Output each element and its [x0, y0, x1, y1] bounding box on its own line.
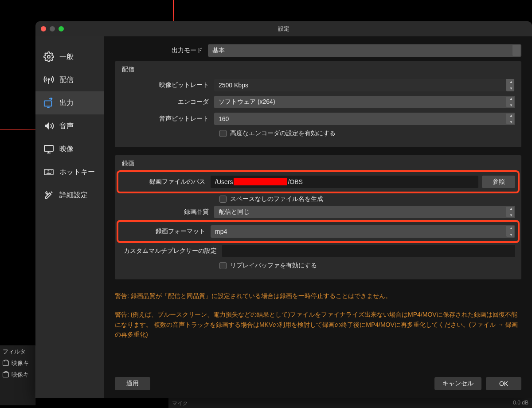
- dialog-footer: 適用 キャンセル OK: [115, 370, 521, 398]
- mic-label: マイク: [172, 400, 188, 407]
- label-record-quality: 録画品質: [121, 208, 214, 216]
- chevron-up-icon: ▲: [509, 207, 513, 211]
- row-output-mode: 出力モード 基本 ▲ ▼: [115, 44, 521, 57]
- sidebar-item-audio[interactable]: 音声: [35, 114, 104, 137]
- sidebar-item-stream[interactable]: 配信: [35, 68, 104, 91]
- warning-mp4: 警告: (例えば、ブルースクリーン、電力損失などの結果として)ファイルをファイナ…: [115, 310, 521, 339]
- row-encoder: エンコーダ ソフトウェア (x264) ▲ ▼: [121, 96, 515, 108]
- settings-content: 出力モード 基本 ▲ ▼ 配信 映像ビットレート: [104, 36, 532, 398]
- sidebar-item-label: 配信: [59, 75, 74, 85]
- close-icon[interactable]: [41, 26, 46, 31]
- stepper-control[interactable]: [512, 45, 520, 56]
- label-audio-bitrate: 音声ビットレート: [121, 115, 214, 123]
- source-label: 映像キ: [12, 359, 29, 367]
- keyboard-icon: [43, 167, 54, 177]
- sidebar-item-label: 詳細設定: [59, 191, 88, 200]
- row-video-bitrate: 映像ビットレート 2500 Kbps ▲ ▼: [121, 79, 515, 91]
- source-label: 映像キ: [12, 371, 29, 379]
- input-video-bitrate[interactable]: 2500 Kbps ▲ ▼: [214, 79, 515, 91]
- chevron-up-icon: ▲: [509, 114, 513, 118]
- ok-button[interactable]: OK: [486, 377, 521, 390]
- sidebar-item-label: 出力: [59, 98, 74, 108]
- checkbox-replay-buffer[interactable]: [219, 262, 227, 269]
- tools-icon: [43, 190, 54, 200]
- label-encoder: エンコーダ: [121, 98, 214, 106]
- titlebar[interactable]: 設定: [35, 21, 532, 36]
- label-record-path: 録画ファイルのパス: [121, 178, 211, 186]
- sidebar-item-general[interactable]: 一般: [35, 45, 104, 68]
- chevron-down-icon: ▼: [509, 213, 513, 217]
- select-value: 160: [219, 115, 229, 122]
- source-row-2: 映像キ: [0, 369, 35, 381]
- svg-rect-2: [44, 101, 52, 106]
- select-record-format[interactable]: mp4 ▲ ▼: [211, 225, 515, 238]
- select-audio-bitrate[interactable]: 160 ▲ ▼: [214, 113, 515, 125]
- browse-button[interactable]: 参照: [482, 176, 515, 188]
- select-value: 配信と同じ: [219, 208, 250, 216]
- group-title-streaming: 配信: [122, 66, 515, 74]
- sidebar-item-label: 映像: [59, 145, 74, 154]
- select-output-mode[interactable]: 基本 ▲ ▼: [208, 44, 521, 57]
- checkbox-label: スペースなしのファイル名を生成: [230, 195, 323, 203]
- chevron-down-icon: ▼: [509, 233, 513, 237]
- monitor-icon: [43, 144, 54, 154]
- input-value: 2500 Kbps: [219, 82, 248, 89]
- sidebar-item-video[interactable]: 映像: [35, 137, 104, 161]
- path-suffix: /OBS: [288, 178, 302, 185]
- background-red-line-vertical: [173, 0, 174, 21]
- sidebar-item-output[interactable]: 出力: [35, 91, 104, 114]
- minimize-icon: [50, 26, 55, 31]
- row-advanced-encoder-checkbox: 高度なエンコーダの設定を有効にする: [219, 129, 515, 137]
- row-nospace-checkbox: スペースなしのファイル名を生成: [219, 195, 515, 203]
- checkbox-nospace-filename[interactable]: [219, 196, 227, 203]
- sidebar-item-label: 音声: [59, 122, 74, 131]
- chevron-up-icon: ▲: [509, 97, 513, 101]
- db-label: 0.0 dB: [513, 400, 528, 407]
- row-record-path: 録画ファイルのパス /Users/OBS 参照: [119, 173, 517, 191]
- label-record-format: 録画フォーマット: [121, 228, 211, 235]
- label-video-bitrate: 映像ビットレート: [121, 81, 214, 89]
- warning-pause: 警告: 録画品質が「配信と同品質」に設定されている場合は録画を一時停止することは…: [115, 291, 521, 301]
- checkbox-label: リプレイバッファを有効にする: [230, 262, 317, 270]
- checkbox-advanced-encoder[interactable]: [219, 130, 227, 137]
- chevron-up-icon: ▲: [509, 226, 513, 230]
- group-recording: 録画 録画ファイルのパス /Users/OBS 参照 スペースなしのファイル名を…: [115, 155, 521, 279]
- chevron-down-icon: ▼: [509, 86, 513, 90]
- group-title-recording: 録画: [122, 160, 515, 168]
- select-value: ソフトウェア (x264): [219, 98, 275, 106]
- group-streaming: 配信 映像ビットレート 2500 Kbps ▲ ▼ エンコーダ: [115, 61, 521, 147]
- row-record-quality: 録画品質 配信と同じ ▲ ▼: [121, 206, 515, 218]
- source-row-1: 映像キ: [0, 357, 35, 369]
- window-controls: [41, 26, 64, 31]
- chevron-up-icon: ▲: [509, 80, 513, 84]
- svg-rect-3: [44, 145, 53, 151]
- input-record-path[interactable]: /Users/OBS: [211, 176, 478, 188]
- select-value: 基本: [212, 47, 225, 55]
- svg-point-0: [47, 55, 50, 58]
- zoom-icon[interactable]: [59, 26, 64, 31]
- select-record-quality[interactable]: 配信と同じ ▲ ▼: [214, 206, 515, 218]
- select-value: mp4: [215, 228, 227, 235]
- row-muxer: カスタムマルチプレクサーの設定: [121, 245, 515, 257]
- row-audio-bitrate: 音声ビットレート 160 ▲ ▼: [121, 113, 515, 125]
- sidebar-item-hotkeys[interactable]: ホットキー: [35, 161, 104, 184]
- select-encoder[interactable]: ソフトウェア (x264) ▲ ▼: [214, 96, 515, 108]
- background-red-line-horizontal: [0, 129, 35, 130]
- settings-window: 設定 一般 配信 出力: [35, 21, 532, 398]
- label-muxer: カスタムマルチプレクサーの設定: [121, 247, 222, 255]
- gear-icon: [43, 51, 54, 62]
- background-status-bar: マイク 0.0 dB: [168, 398, 532, 408]
- background-sources-panel: フィルタ 映像キ 映像キ: [0, 345, 35, 405]
- output-icon: [43, 98, 54, 108]
- sidebar-item-advanced[interactable]: 詳細設定: [35, 184, 104, 207]
- label-output-mode: 出力モード: [115, 47, 208, 55]
- cancel-button[interactable]: キャンセル: [434, 377, 481, 390]
- settings-sidebar: 一般 配信 出力 音声: [35, 36, 104, 398]
- input-muxer[interactable]: [222, 245, 515, 257]
- speaker-icon: [43, 121, 54, 131]
- checkbox-label: 高度なエンコーダの設定を有効にする: [230, 129, 336, 137]
- chevron-down-icon: ▼: [509, 103, 513, 107]
- sidebar-item-label: ホットキー: [59, 168, 95, 177]
- apply-button[interactable]: 適用: [115, 377, 150, 390]
- camera-icon: [3, 372, 9, 377]
